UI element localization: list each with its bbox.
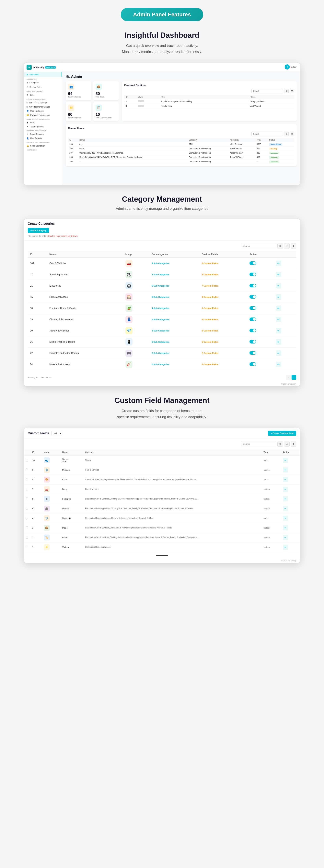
toggle-switch[interactable]: [250, 329, 256, 332]
sidebar-item-report-reasons[interactable]: ⚑ Report Reasons: [24, 132, 62, 136]
edit-button[interactable]: ✏: [276, 260, 281, 266]
cat-subcategories[interactable]: 3 Sub Categories: [149, 269, 200, 280]
custom-fields-link[interactable]: 2 Custom Fields: [202, 352, 218, 354]
cf-checkbox[interactable]: [24, 514, 30, 523]
checkbox-icon[interactable]: [26, 478, 28, 481]
cat-subcategories[interactable]: 8 Sub Categories: [149, 291, 200, 303]
cf-edit-button[interactable]: ✏: [283, 535, 288, 540]
cat-active[interactable]: [247, 291, 274, 303]
checkbox-icon[interactable]: [26, 546, 28, 548]
cat-custom-fields[interactable]: 5 Custom Fields: [200, 314, 247, 325]
edit-button[interactable]: ✏: [276, 272, 281, 277]
checkbox-icon[interactable]: [26, 507, 28, 510]
cf-checkbox[interactable]: [24, 475, 30, 485]
custom-fields-link[interactable]: 4 Custom Fields: [202, 330, 218, 332]
cf-row-action[interactable]: ✏: [281, 523, 300, 533]
cf-checkbox[interactable]: [24, 504, 30, 514]
checkbox-icon[interactable]: [26, 526, 28, 529]
cat-active[interactable]: [247, 314, 274, 325]
featured-list-icon[interactable]: ☰: [290, 89, 294, 93]
cf-list-icon[interactable]: ☰: [284, 441, 290, 447]
sidebar-item-slider[interactable]: ▣ Slider: [24, 121, 62, 125]
sidebar-item-payment[interactable]: 💳 Payment Transactions: [24, 113, 62, 117]
cf-edit-button[interactable]: ✏: [283, 467, 288, 472]
edit-button[interactable]: ✏: [276, 339, 281, 345]
cat-subcategories[interactable]: 6 Sub Categories: [149, 280, 200, 291]
custom-fields-link[interactable]: 6 Custom Fields: [202, 296, 218, 298]
cat-active[interactable]: [247, 348, 274, 359]
cf-edit-button[interactable]: ✏: [283, 525, 288, 530]
cat-custom-fields[interactable]: 4 Custom Fields: [200, 359, 247, 370]
toggle-switch[interactable]: [250, 284, 256, 287]
cat-edit[interactable]: ✏: [274, 325, 296, 336]
cat-subcategories[interactable]: 4 Sub Categories: [149, 303, 200, 314]
cat-edit[interactable]: ✏: [274, 314, 296, 325]
cf-settings-icon[interactable]: ⚙: [278, 441, 283, 447]
cf-edit-button[interactable]: ✏: [283, 458, 288, 463]
sidebar-item-listing-pkg[interactable]: □ Item Listing Package: [24, 101, 62, 105]
recent-list-icon[interactable]: ☰: [290, 131, 294, 136]
add-category-button[interactable]: + Add Category: [28, 228, 49, 233]
cat-custom-fields[interactable]: 3 Custom Fields: [200, 303, 247, 314]
cf-edit-button[interactable]: ✏: [283, 516, 288, 521]
create-custom-field-button[interactable]: + Create Custom Field: [268, 431, 296, 436]
cat-edit[interactable]: ✏: [274, 336, 296, 348]
cf-checkbox[interactable]: [24, 494, 30, 504]
cf-row-action[interactable]: ✏: [281, 514, 300, 523]
cf-edit-button[interactable]: ✏: [283, 477, 288, 482]
cf-row-action[interactable]: ✏: [281, 485, 300, 494]
edit-button[interactable]: ✏: [276, 362, 281, 367]
category-search-input[interactable]: [241, 244, 276, 248]
custom-fields-link[interactable]: 4 Custom Fields: [202, 363, 218, 366]
cf-checkbox[interactable]: [24, 455, 30, 465]
cat-active[interactable]: [247, 303, 274, 314]
cf-checkbox[interactable]: [24, 485, 30, 494]
cat-subcategories[interactable]: 4 Sub Categories: [149, 258, 200, 269]
sidebar-item-custom-fields[interactable]: ⊟ Custom Fields: [24, 85, 62, 89]
cat-edit[interactable]: ✏: [274, 303, 296, 314]
sub-categories-link[interactable]: 0 Sub Categories: [152, 341, 170, 343]
cat-subcategories[interactable]: 0 Sub Categories: [149, 359, 200, 370]
toggle-switch[interactable]: [250, 261, 256, 265]
edit-button[interactable]: ✏: [276, 306, 281, 311]
edit-button[interactable]: ✏: [276, 350, 281, 356]
sub-categories-link[interactable]: 5 Sub Categories: [152, 318, 170, 321]
edit-button[interactable]: ✏: [276, 328, 281, 334]
cf-row-action[interactable]: ✏: [281, 465, 300, 475]
cf-checkbox[interactable]: [24, 465, 30, 475]
edit-button[interactable]: ✏: [276, 317, 281, 322]
cat-edit[interactable]: ✏: [274, 348, 296, 359]
cf-row-action[interactable]: ✏: [281, 533, 300, 542]
cat-edit[interactable]: ✏: [274, 269, 296, 280]
custom-fields-link[interactable]: 3 Custom Fields: [202, 307, 218, 309]
toggle-switch[interactable]: [250, 295, 256, 299]
sub-categories-link[interactable]: 0 Sub Categories: [152, 352, 170, 354]
cf-edit-button[interactable]: ✏: [283, 506, 288, 511]
sidebar-item-notification[interactable]: 🔔 Send Notification: [24, 144, 62, 148]
cat-settings-icon[interactable]: ⚙: [278, 243, 283, 249]
cat-custom-fields[interactable]: 2 Custom Fields: [200, 348, 247, 359]
sidebar-item-feature[interactable]: ★ Feature Section: [24, 125, 62, 129]
cf-row-action[interactable]: ✏: [281, 475, 300, 485]
sub-categories-link[interactable]: 6 Sub Categories: [152, 285, 170, 287]
cat-custom-fields[interactable]: 6 Custom Fields: [200, 258, 247, 269]
cf-search-input[interactable]: [241, 442, 276, 446]
cf-checkbox[interactable]: [24, 533, 30, 542]
checkbox-icon[interactable]: [26, 498, 28, 500]
cf-row-action[interactable]: ✏: [281, 504, 300, 514]
cat-custom-fields[interactable]: 3 Custom Fields: [200, 269, 247, 280]
toggle-switch[interactable]: [250, 340, 256, 343]
toggle-switch[interactable]: [250, 363, 256, 366]
sub-categories-link[interactable]: 4 Sub Categories: [152, 307, 170, 309]
recent-filter-icon[interactable]: ⚙: [284, 131, 289, 136]
sub-categories-link[interactable]: 3 Sub Categories: [152, 273, 170, 276]
cat-active[interactable]: [247, 269, 274, 280]
sub-categories-link[interactable]: 3 Sub Categories: [152, 330, 170, 332]
toggle-switch[interactable]: [250, 273, 256, 276]
toggle-switch[interactable]: [250, 351, 256, 355]
sidebar-item-ad-pkg[interactable]: □ Advertisement Package: [24, 105, 62, 109]
cat-subcategories[interactable]: 0 Sub Categories: [149, 336, 200, 348]
custom-fields-link[interactable]: 6 Custom Fields: [202, 262, 218, 265]
checkbox-icon[interactable]: [26, 459, 28, 462]
sidebar-item-dashboard[interactable]: ⊞ Dashboard: [24, 72, 62, 77]
